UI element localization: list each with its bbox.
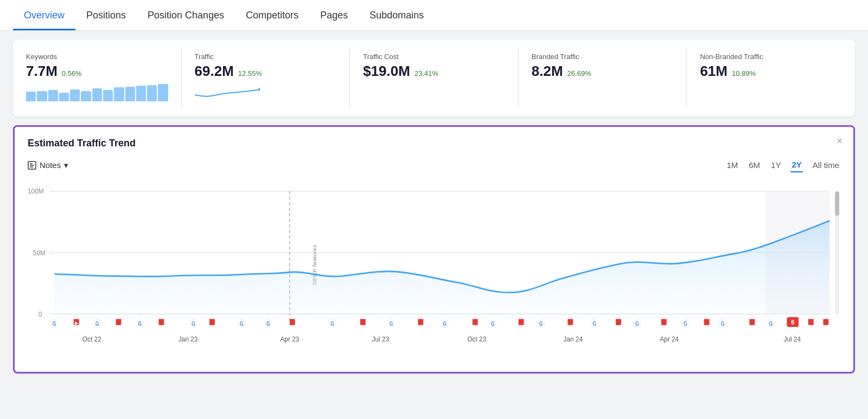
stat-traffic: Traffic 69.2M 12.55% <box>182 48 350 108</box>
stat-branded-traffic: Branded Traffic 8.2M 26.69% <box>519 48 687 108</box>
svg-rect-63 <box>519 319 524 325</box>
notes-chevron-icon: ▾ <box>64 160 68 170</box>
svg-text:G: G <box>635 320 639 327</box>
notes-button[interactable]: Notes ▾ <box>28 160 68 170</box>
svg-rect-59 <box>290 319 295 325</box>
nonbranded-value: 61M <box>700 63 727 80</box>
stat-traffic-cost: Traffic Cost $19.0M 23.41% <box>350 48 519 108</box>
bar-2 <box>37 91 47 101</box>
tab-pages[interactable]: Pages <box>309 0 359 30</box>
svg-rect-56 <box>116 319 122 325</box>
tab-position-changes[interactable]: Position Changes <box>137 0 235 30</box>
tab-overview[interactable]: Overview <box>13 0 75 30</box>
filter-6m[interactable]: 6M <box>748 158 761 172</box>
top-navigation: Overview Positions Position Changes Comp… <box>0 0 868 31</box>
traffic-cost-value: $19.0M <box>363 63 410 80</box>
svg-text:50M: 50M <box>33 248 46 257</box>
svg-rect-70 <box>823 319 828 325</box>
svg-text:G: G <box>95 320 99 327</box>
svg-text:G: G <box>684 320 687 327</box>
chart-area: 100M 50M 0 SERP features Oct 22 Jan 23 <box>28 179 840 363</box>
svg-rect-61 <box>418 319 423 325</box>
bar-9 <box>114 87 124 101</box>
filter-2y[interactable]: 2Y <box>790 158 802 172</box>
close-button[interactable]: × <box>837 136 843 147</box>
bar-12 <box>147 85 157 101</box>
traffic-cost-label: Traffic Cost <box>363 53 505 61</box>
keywords-value: 7.7M <box>26 63 58 80</box>
svg-text:G: G <box>390 320 393 327</box>
svg-text:G: G <box>240 320 244 327</box>
nonbranded-label: Non-Branded Traffic <box>700 53 842 61</box>
time-filters: 1M 6M 1Y 2Y All time <box>725 158 840 172</box>
svg-text:G: G <box>138 320 142 327</box>
traffic-value: 69.2M <box>195 63 234 80</box>
stat-nonbranded-traffic: Non-Branded Traffic 61M 10.89% <box>687 48 855 108</box>
traffic-change: 12.55% <box>238 69 262 78</box>
chart-controls: Notes ▾ 1M 6M 1Y 2Y All time <box>28 158 840 172</box>
svg-text:Apr 24: Apr 24 <box>660 335 679 344</box>
svg-rect-65 <box>616 319 621 325</box>
svg-rect-62 <box>473 319 478 325</box>
svg-text:Oct 23: Oct 23 <box>467 335 486 344</box>
svg-text:G: G <box>491 320 495 327</box>
bar-8 <box>103 90 113 101</box>
svg-rect-57 <box>158 319 164 325</box>
svg-text:0: 0 <box>39 310 42 318</box>
svg-text:G: G <box>592 320 596 327</box>
branded-label: Branded Traffic <box>532 53 674 61</box>
bar-10 <box>125 87 135 101</box>
filter-all-time[interactable]: All time <box>812 158 840 172</box>
svg-text:G: G <box>330 320 334 327</box>
tab-subdomains[interactable]: Subdomains <box>359 0 435 30</box>
keywords-mini-chart <box>26 84 168 101</box>
branded-value: 8.2M <box>532 63 563 80</box>
svg-text:G: G <box>721 320 725 327</box>
filter-1m[interactable]: 1M <box>725 158 739 172</box>
chart-title: Estimated Traffic Trend <box>28 138 840 149</box>
svg-text:Jul 23: Jul 23 <box>372 335 390 344</box>
svg-text:Apr 23: Apr 23 <box>280 335 299 344</box>
traffic-mini-chart <box>195 84 260 101</box>
main-chart-svg: 100M 50M 0 SERP features Oct 22 Jan 23 <box>28 179 840 363</box>
filter-1y[interactable]: 1Y <box>770 158 782 172</box>
svg-rect-66 <box>661 319 667 325</box>
svg-text:G: G <box>443 320 446 327</box>
svg-text:Jan 24: Jan 24 <box>563 335 582 344</box>
svg-rect-67 <box>704 319 710 325</box>
svg-point-0 <box>258 88 260 91</box>
tab-positions[interactable]: Positions <box>75 0 137 30</box>
keywords-change: 0.56% <box>62 69 82 78</box>
svg-text:Jul 24: Jul 24 <box>784 335 801 344</box>
svg-text:6: 6 <box>791 318 794 326</box>
traffic-cost-change: 23.41% <box>414 69 438 78</box>
svg-text:100M: 100M <box>28 186 44 195</box>
bar-13 <box>158 84 168 101</box>
svg-rect-58 <box>209 319 215 325</box>
svg-rect-64 <box>567 319 573 325</box>
bar-3 <box>48 90 58 101</box>
stat-keywords: Keywords 7.7M 0.56% <box>13 48 182 108</box>
svg-rect-74 <box>835 191 839 216</box>
branded-change: 26.69% <box>567 69 591 78</box>
svg-text:G: G <box>53 320 56 327</box>
bar-1 <box>26 92 36 101</box>
notes-icon <box>28 161 36 170</box>
stats-card: Keywords 7.7M 0.56% Tr <box>13 40 855 117</box>
svg-rect-68 <box>749 319 755 325</box>
bar-6 <box>81 91 91 101</box>
svg-rect-60 <box>360 319 366 325</box>
notes-label: Notes <box>40 160 61 170</box>
svg-text:G: G <box>192 320 195 327</box>
svg-text:G: G <box>769 320 773 327</box>
chart-card: × Estimated Traffic Trend Notes ▾ 1M 6M … <box>13 125 855 373</box>
main-content: Keywords 7.7M 0.56% Tr <box>0 31 868 382</box>
tab-competitors[interactable]: Competitors <box>235 0 309 30</box>
svg-text:G: G <box>266 320 270 327</box>
nonbranded-change: 10.89% <box>732 69 756 78</box>
traffic-label: Traffic <box>195 53 337 61</box>
svg-text:▶: ▶ <box>75 320 78 326</box>
svg-text:G: G <box>539 320 543 327</box>
keywords-label: Keywords <box>26 53 168 61</box>
svg-text:Oct 22: Oct 22 <box>82 335 101 344</box>
